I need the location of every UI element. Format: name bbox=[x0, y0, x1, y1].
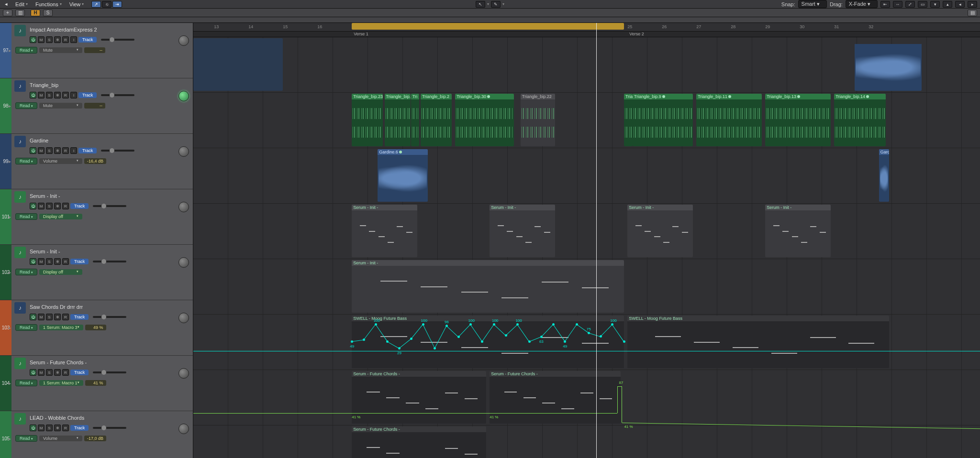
track-lane-102[interactable]: Serum - Init - bbox=[193, 259, 980, 315]
automation-param-select[interactable]: Volume ▾ bbox=[39, 436, 82, 441]
volume-slider[interactable] bbox=[93, 261, 126, 262]
freeze-button[interactable]: ❄ bbox=[54, 425, 61, 431]
add-track-button[interactable]: + bbox=[3, 10, 12, 16]
bar-ruler[interactable]: 1314151617181920212223242526272829303132 bbox=[193, 23, 980, 32]
automation-mode-button[interactable]: Track bbox=[78, 92, 97, 98]
track-icon[interactable]: ♪ bbox=[14, 191, 26, 203]
track-icon[interactable]: ♪ bbox=[14, 302, 26, 314]
automation-mode-button[interactable]: Track bbox=[70, 203, 89, 209]
track-header-103[interactable]: 103 ♪ Saw Chords Dr drrr drr ⏻ M S ❄ R T… bbox=[0, 300, 193, 356]
functions-menu[interactable]: Functions bbox=[33, 1, 64, 8]
record-button[interactable]: R bbox=[62, 369, 69, 376]
record-button[interactable]: R bbox=[62, 203, 69, 209]
automation-line[interactable] bbox=[617, 386, 618, 413]
solo-button[interactable]: S bbox=[46, 92, 53, 98]
track-icon[interactable]: ♪ bbox=[14, 413, 26, 425]
marker[interactable]: Verse 2 bbox=[627, 32, 646, 37]
solo-button[interactable]: S bbox=[46, 369, 53, 376]
track-lane-101[interactable]: Serum - Init -Serum - Init -Serum - Init… bbox=[193, 204, 980, 259]
power-button[interactable]: ⏻ bbox=[30, 36, 36, 43]
volume-slider[interactable] bbox=[93, 316, 126, 318]
view-menu[interactable]: View bbox=[67, 1, 86, 8]
snap-select[interactable]: Smart ▾ bbox=[798, 0, 827, 8]
automation-read-select[interactable]: Read ▾ bbox=[15, 380, 37, 386]
track-icon[interactable]: ♪ bbox=[14, 358, 26, 369]
region[interactable]: Tria bbox=[624, 94, 633, 146]
automation-line[interactable] bbox=[622, 386, 622, 423]
record-button[interactable]: R bbox=[62, 36, 69, 43]
hzoom-in-icon[interactable]: ▸ bbox=[968, 1, 977, 8]
track-header-97[interactable]: 97 ♪ Impact AmsterdamExpress 2 ⏻ M S ❄ R… bbox=[0, 23, 193, 78]
freeze-button[interactable]: ❄ bbox=[54, 258, 61, 265]
pointer-tool-icon[interactable]: ↖ bbox=[476, 1, 485, 8]
record-button[interactable]: R bbox=[62, 258, 69, 265]
record-button[interactable]: R bbox=[62, 92, 69, 98]
power-button[interactable]: ⏻ bbox=[30, 425, 36, 431]
track-header-98[interactable]: 98 ♪ Triangle_bip ⏻ M S ❄ R I Track ▸ Re… bbox=[0, 78, 193, 134]
disclosure-triangle[interactable]: ▸ bbox=[7, 103, 12, 109]
region[interactable]: Triangle_bip.9 bbox=[633, 94, 693, 146]
zoom-horizontal-icon[interactable]: ↔ bbox=[893, 1, 902, 8]
mute-button[interactable]: M bbox=[38, 92, 45, 98]
automation-mode-button[interactable]: Track bbox=[78, 37, 97, 43]
track-lane-104[interactable]: Serum - Future Chords -Serum - Future Ch… bbox=[193, 370, 980, 425]
mute-button[interactable]: M bbox=[38, 314, 45, 320]
automation-param-select[interactable]: 1 Serum: Macro 3 ▾ bbox=[39, 325, 83, 330]
region[interactable]: SWELL - Moog Future Bass bbox=[352, 316, 624, 368]
drag-select[interactable]: X-Fade ▾ bbox=[846, 0, 878, 8]
freeze-button[interactable]: ❄ bbox=[54, 203, 61, 209]
region[interactable]: Triangle_bip.2 bbox=[421, 94, 452, 146]
vzoom-in-icon[interactable]: ▴ bbox=[943, 1, 952, 8]
mute-button[interactable]: M bbox=[38, 425, 45, 431]
automation-param-select[interactable]: Display off ▾ bbox=[39, 269, 82, 275]
region[interactable]: Serum - Init - bbox=[627, 205, 693, 257]
track-icon[interactable]: ♪ bbox=[14, 25, 26, 36]
freeze-button[interactable]: ❄ bbox=[54, 314, 61, 320]
power-button[interactable]: ⏻ bbox=[30, 147, 36, 154]
pan-knob[interactable] bbox=[178, 35, 189, 46]
track-header-105[interactable]: 105 ♪ LEAD - Wobble Chords ⏻ M S ❄ R Tra… bbox=[0, 411, 193, 458]
disclosure-triangle[interactable]: ▸ bbox=[7, 325, 12, 330]
solo-button[interactable]: S bbox=[46, 36, 53, 43]
cycle-region[interactable] bbox=[352, 23, 624, 30]
region[interactable]: Serum - Init - bbox=[352, 205, 417, 257]
power-button[interactable]: ⏻ bbox=[30, 92, 36, 98]
link-toggle-icon[interactable]: ⇥ bbox=[112, 1, 122, 8]
edit-menu[interactable]: Edit bbox=[13, 1, 30, 8]
track-lane-99[interactable]: Gardine.6 Gard bbox=[193, 148, 980, 204]
mute-button[interactable]: M bbox=[38, 258, 45, 265]
pan-knob[interactable] bbox=[178, 91, 189, 101]
pan-knob[interactable] bbox=[178, 146, 189, 157]
region[interactable]: Triangle_bip.26 bbox=[385, 94, 411, 146]
automation-mode-button[interactable]: Track bbox=[70, 425, 89, 431]
mute-button[interactable]: M bbox=[38, 369, 45, 376]
automation-read-select[interactable]: Read ▾ bbox=[15, 213, 37, 220]
power-button[interactable]: ⏻ bbox=[30, 314, 36, 320]
mute-button[interactable]: M bbox=[38, 36, 45, 43]
automation-read-select[interactable]: Read ▾ bbox=[15, 102, 37, 109]
automation-mode-button[interactable]: Track bbox=[70, 259, 89, 264]
automation-read-select[interactable]: Read ▾ bbox=[15, 158, 37, 164]
automation-read-select[interactable]: Read ▾ bbox=[15, 324, 37, 331]
volume-slider[interactable] bbox=[93, 371, 126, 373]
automation-read-select[interactable]: Read ▾ bbox=[15, 435, 37, 442]
marker[interactable]: Verse 1 bbox=[352, 32, 370, 37]
volume-slider[interactable] bbox=[101, 39, 134, 41]
pan-knob[interactable] bbox=[178, 202, 189, 212]
pan-knob[interactable] bbox=[178, 257, 189, 268]
region[interactable]: Triangle_bip.13 bbox=[765, 94, 831, 146]
zoom-fit-icon[interactable]: ⤢ bbox=[905, 1, 915, 8]
back-icon[interactable]: ◂ bbox=[3, 0, 10, 8]
volume-slider[interactable] bbox=[101, 150, 134, 152]
playhead[interactable] bbox=[596, 23, 597, 458]
solo-button[interactable]: S bbox=[46, 203, 53, 209]
solo-button[interactable]: S bbox=[46, 425, 53, 431]
pan-knob[interactable] bbox=[178, 424, 189, 434]
region[interactable]: Serum - Future Chords - bbox=[352, 371, 486, 424]
automation-mode-button[interactable]: Track bbox=[70, 370, 89, 375]
input-button[interactable]: I bbox=[70, 147, 77, 154]
freeze-button[interactable]: ❄ bbox=[54, 147, 61, 154]
region[interactable] bbox=[193, 38, 283, 91]
automation-read-select[interactable]: Read ▾ bbox=[15, 47, 37, 54]
track-icon[interactable]: ♪ bbox=[14, 136, 26, 147]
